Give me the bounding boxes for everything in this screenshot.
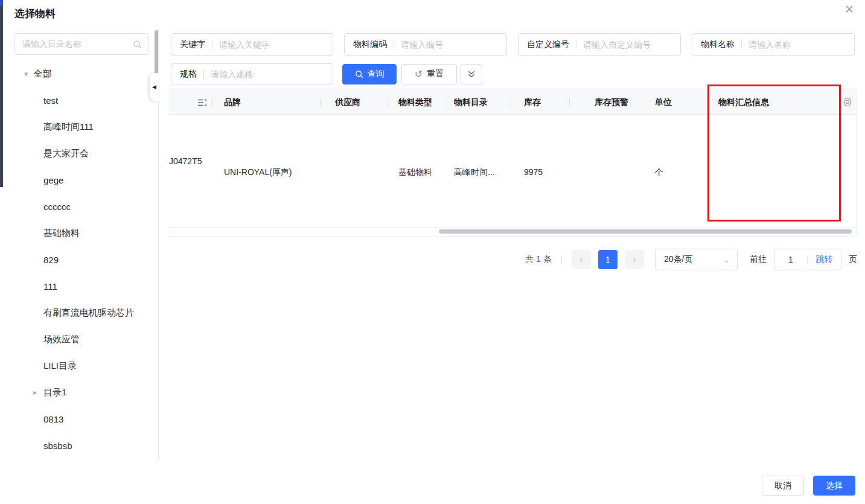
next-page-button[interactable]: › xyxy=(625,250,644,269)
tree-item[interactable]: ▸ 目录1 xyxy=(33,379,154,406)
column-divider xyxy=(447,98,447,107)
catalog-search-input[interactable] xyxy=(22,39,133,49)
background-page-edge-dark xyxy=(0,6,3,187)
chevron-right-icon: › xyxy=(633,254,636,266)
column-divider xyxy=(511,98,511,107)
horizontal-scrollbar-thumb[interactable] xyxy=(439,229,852,234)
tree-item[interactable]: ▸ 高峰时间111 xyxy=(33,113,154,140)
reset-button-label: 重置 xyxy=(427,69,444,80)
page-size-value: 20条/页 xyxy=(664,254,692,265)
cancel-button-label: 取消 xyxy=(774,480,791,491)
custom-code-input[interactable] xyxy=(583,40,673,49)
keyword-input[interactable] xyxy=(219,40,325,49)
material-code-filter[interactable]: 物料编码 xyxy=(344,33,507,56)
tree-item[interactable]: ▸ 是大家开会 xyxy=(33,140,154,167)
custom-code-filter[interactable]: 自定义编号 xyxy=(518,33,681,56)
cell-catalog: 高峰时间... xyxy=(454,167,495,178)
col-material-type[interactable]: 物料类型 xyxy=(398,90,432,115)
prev-page-button[interactable]: ‹ xyxy=(572,250,591,269)
caret-down-icon[interactable]: ▾ xyxy=(24,69,28,78)
tree-item-label: cccccc xyxy=(43,202,71,212)
material-name-input[interactable] xyxy=(748,40,847,49)
tree-item[interactable]: ▸ test xyxy=(33,87,154,113)
page-size-select[interactable]: 20条/页 ⌄ xyxy=(655,249,738,270)
tree-item-label: 高峰时间111 xyxy=(43,121,94,133)
tree-item-label: 场效应管 xyxy=(43,334,80,345)
tree-item-label: 基础物料 xyxy=(43,228,80,239)
goto-page-input[interactable] xyxy=(774,255,807,264)
dialog-title: 选择物料 xyxy=(14,7,56,21)
tree-item-label: 0813 xyxy=(43,414,63,424)
expand-filters-button[interactable] xyxy=(461,64,482,85)
catalog-search-box[interactable] xyxy=(14,33,148,55)
caret-right-icon[interactable]: ▸ xyxy=(33,388,39,397)
tree-item[interactable]: ▸ 基础物料 xyxy=(33,220,154,246)
spec-filter[interactable]: 规格 xyxy=(171,63,333,85)
tree-item-label: sbsbsb xyxy=(43,441,72,451)
chevron-left-icon: ‹ xyxy=(579,254,583,266)
tree-root-all[interactable]: ▾ 全部 xyxy=(24,60,52,87)
tree-item[interactable]: ▸ sbsbsb xyxy=(33,432,154,459)
tree-item-label: 111 xyxy=(43,281,57,292)
query-button-label: 查询 xyxy=(368,69,385,80)
refresh-icon: ↺ xyxy=(415,69,423,79)
col-brand[interactable]: 品牌 xyxy=(224,90,241,115)
column-divider xyxy=(388,98,388,107)
sort-columns-icon[interactable] xyxy=(197,90,208,115)
keyword-filter[interactable]: 关键字 xyxy=(171,33,333,56)
column-divider xyxy=(212,98,213,107)
pagination-bar: 共 1 条 ‹ 1 › 20条/页 ⌄ 前往 跳转 页 xyxy=(0,249,857,270)
custom-code-label: 自定义编号 xyxy=(527,39,569,50)
search-icon xyxy=(133,40,142,49)
divider xyxy=(203,70,204,78)
table-bottom-border xyxy=(169,236,856,237)
col-stock[interactable]: 库存 xyxy=(524,90,541,115)
tree-item[interactable]: ▸ 0813 xyxy=(33,406,154,432)
tree-item[interactable]: ▸ 场效应管 xyxy=(33,326,154,352)
cancel-button[interactable]: 取消 xyxy=(762,476,804,496)
col-supplier[interactable]: 供应商 xyxy=(335,90,360,115)
tree-item[interactable]: ▸ LILI目录 xyxy=(33,352,154,379)
select-button-label: 选择 xyxy=(826,480,843,491)
tree-item[interactable]: ▸ gege xyxy=(33,167,154,193)
double-chevron-down-icon xyxy=(467,70,476,78)
col-summary[interactable]: 物料汇总信息 xyxy=(718,90,769,115)
spec-label: 规格 xyxy=(180,69,197,80)
divider xyxy=(576,40,576,49)
divider xyxy=(741,40,742,49)
col-unit[interactable]: 单位 xyxy=(655,90,672,115)
tree-item-label: 目录1 xyxy=(43,387,66,398)
table-row[interactable]: J0472T5 UNI-ROYAL(厚声) 基础物料 高峰时间... 9975 … xyxy=(169,115,856,228)
material-name-filter[interactable]: 物料名称 xyxy=(692,33,855,56)
tree-item[interactable]: ▸ cccccc xyxy=(33,193,154,220)
background-page-edge-blue xyxy=(0,0,3,6)
spec-input[interactable] xyxy=(211,69,325,79)
select-material-dialog: 选择物料 ✕ ▾ 全部 ▸ test ▸ 高峰时间111 ▸ 是大家开会 ▸ g… xyxy=(0,0,865,504)
collapse-left-icon: ◀ xyxy=(152,84,156,90)
divider xyxy=(212,40,212,49)
jump-link[interactable]: 跳转 xyxy=(808,254,841,265)
total-count: 共 1 条 xyxy=(525,254,552,265)
divider xyxy=(561,255,562,264)
material-code-label: 物料编码 xyxy=(353,39,387,50)
col-catalog[interactable]: 物料目录 xyxy=(454,90,488,115)
column-divider xyxy=(569,98,570,107)
query-button[interactable]: 查询 xyxy=(342,64,397,85)
close-icon[interactable]: ✕ xyxy=(844,4,854,15)
goto-page-box[interactable]: 跳转 xyxy=(774,249,841,270)
tree-item[interactable]: ▸ 有刷直流电机驱动芯片 xyxy=(33,299,154,326)
cell-unit: 个 xyxy=(655,167,663,178)
tree-root-label: 全部 xyxy=(34,68,52,80)
material-code-input[interactable] xyxy=(401,40,499,49)
column-settings-gear-icon[interactable] xyxy=(841,96,854,108)
goto-label: 前往 xyxy=(750,254,767,265)
reset-button[interactable]: ↺ 重置 xyxy=(401,64,457,85)
tree-item-label: 有刷直流电机驱动芯片 xyxy=(43,307,134,319)
sidebar-collapse-handle[interactable]: ◀ xyxy=(150,73,159,101)
col-stock-warning[interactable]: 库存预警 xyxy=(595,90,628,115)
keyword-label: 关键字 xyxy=(180,39,205,50)
page-1-button[interactable]: 1 xyxy=(598,250,618,269)
select-button[interactable]: 选择 xyxy=(813,476,855,496)
tree-item[interactable]: ▸ 111 xyxy=(33,273,154,299)
cell-code-fragment: J0472T5 xyxy=(169,156,202,166)
